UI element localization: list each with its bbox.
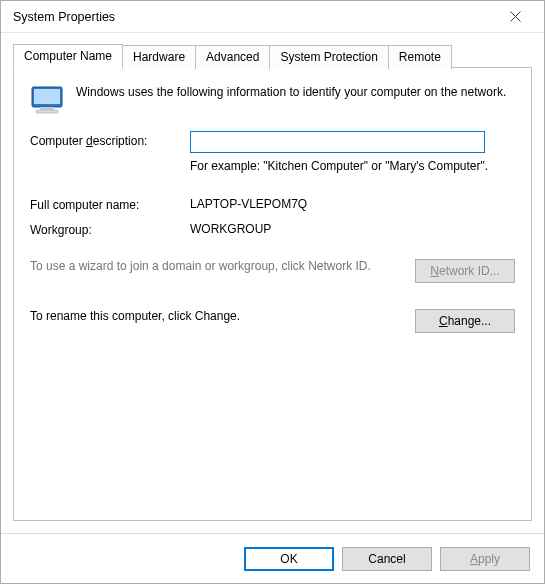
computer-name-panel: Windows uses the following information t…: [13, 67, 532, 521]
rename-text: To rename this computer, click Change.: [30, 309, 415, 325]
svg-rect-3: [34, 89, 60, 104]
svg-rect-5: [36, 110, 58, 113]
dialog-button-bar: OK Cancel Apply: [1, 533, 544, 583]
tab-hardware[interactable]: Hardware: [122, 45, 196, 69]
workgroup-value: WORKGROUP: [190, 220, 515, 236]
apply-button[interactable]: Apply: [440, 547, 530, 571]
tab-advanced[interactable]: Advanced: [195, 45, 270, 69]
close-icon: [510, 11, 521, 22]
row-network-id: To use a wizard to join a domain or work…: [30, 259, 515, 283]
intro-row: Windows uses the following information t…: [30, 84, 515, 115]
close-button[interactable]: [494, 3, 536, 31]
intro-text: Windows uses the following information t…: [76, 84, 515, 100]
full-computer-name-label: Full computer name:: [30, 195, 190, 212]
window-title: System Properties: [13, 10, 494, 24]
workgroup-label: Workgroup:: [30, 220, 190, 237]
svg-rect-4: [40, 107, 54, 110]
tab-panel-wrap: Windows uses the following information t…: [1, 68, 544, 533]
description-hint: For example: "Kitchen Computer" or "Mary…: [190, 159, 515, 175]
network-id-button[interactable]: Network ID...: [415, 259, 515, 283]
cancel-button[interactable]: Cancel: [342, 547, 432, 571]
row-change: To rename this computer, click Change. C…: [30, 309, 515, 333]
tab-remote[interactable]: Remote: [388, 45, 452, 69]
titlebar: System Properties: [1, 1, 544, 33]
system-properties-window: System Properties Computer Name Hardware…: [0, 0, 545, 584]
ok-button[interactable]: OK: [244, 547, 334, 571]
tabstrip: Computer Name Hardware Advanced System P…: [1, 33, 544, 68]
full-computer-name-value: LAPTOP-VLEPOM7Q: [190, 195, 515, 211]
change-button[interactable]: Change...: [415, 309, 515, 333]
computer-icon: [30, 85, 64, 115]
row-workgroup: Workgroup: WORKGROUP: [30, 220, 515, 237]
row-full-computer-name: Full computer name: LAPTOP-VLEPOM7Q: [30, 195, 515, 212]
description-label: Computer description:: [30, 131, 190, 148]
description-input[interactable]: [190, 131, 485, 153]
tab-system-protection[interactable]: System Protection: [269, 45, 388, 69]
row-description: Computer description: For example: "Kitc…: [30, 131, 515, 187]
tab-computer-name[interactable]: Computer Name: [13, 44, 123, 69]
network-id-text: To use a wizard to join a domain or work…: [30, 259, 415, 275]
